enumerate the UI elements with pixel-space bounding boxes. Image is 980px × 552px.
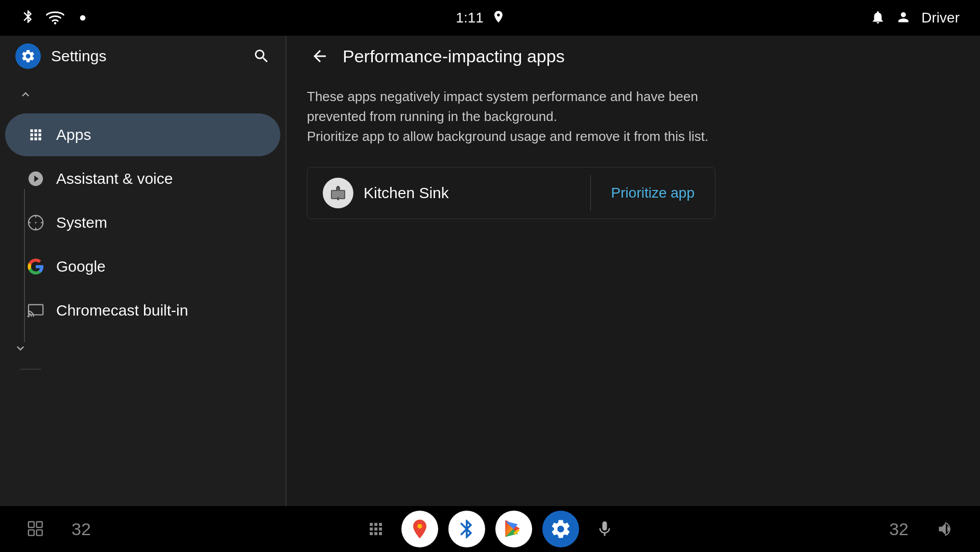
location-icon — [491, 10, 506, 26]
google-label: Google — [56, 258, 106, 275]
bottom-left-number: 32 — [71, 519, 91, 539]
settings-app-button[interactable] — [542, 511, 579, 547]
status-bar-left-icons — [20, 9, 91, 27]
description-text: These apps negatively impact system perf… — [307, 87, 741, 147]
description-line2: Prioritize app to allow background usage… — [307, 129, 708, 144]
time-display: 1:11 — [456, 10, 484, 26]
back-button[interactable] — [307, 43, 332, 69]
app-name: Kitchen Sink — [364, 184, 449, 202]
svg-point-3 — [35, 222, 37, 224]
svg-rect-11 — [332, 191, 344, 198]
right-panel-header: Performance-impacting apps — [286, 36, 980, 77]
sidebar-vertical-line — [24, 189, 25, 342]
play-store-button[interactable] — [495, 511, 532, 547]
notification-icon — [870, 10, 886, 26]
kitchen-sink-icon — [323, 178, 353, 208]
volume-button[interactable] — [929, 514, 960, 544]
collapse-button[interactable] — [0, 77, 285, 112]
search-button[interactable] — [253, 47, 270, 65]
svg-rect-13 — [337, 186, 339, 188]
bottom-bar-right: 32 — [889, 514, 960, 544]
svg-rect-8 — [29, 305, 43, 315]
sidebar-item-partial — [0, 364, 285, 377]
bottom-bar-center — [361, 511, 620, 547]
settings-title: Settings — [51, 47, 106, 65]
bottom-bar-left: 32 — [20, 514, 91, 544]
chromecast-label: Chromecast built-in — [56, 302, 188, 319]
svg-rect-18 — [37, 530, 42, 536]
expand-button[interactable] — [0, 333, 285, 364]
right-panel: Performance-impacting apps These apps ne… — [286, 36, 980, 506]
system-icon — [26, 212, 46, 233]
google-icon — [26, 256, 46, 277]
sidebar-nav: Apps Assistant & voice — [0, 77, 285, 506]
svg-rect-17 — [37, 522, 42, 527]
app-list-item: Kitchen Sink Prioritize app — [307, 167, 715, 219]
system-label: System — [56, 214, 107, 231]
svg-rect-14 — [337, 197, 339, 200]
right-panel-content: These apps negatively impact system perf… — [286, 77, 980, 506]
settings-app-icon — [15, 43, 41, 69]
bottom-bar: 32 — [0, 506, 980, 552]
sidebar-item-assistant[interactable]: Assistant & voice — [5, 157, 280, 200]
user-icon — [896, 10, 911, 26]
right-panel-title: Performance-impacting apps — [343, 46, 565, 66]
sidebar-item-google[interactable]: Google — [5, 245, 280, 288]
svg-point-0 — [54, 22, 57, 25]
sidebar-item-apps[interactable]: Apps — [5, 113, 280, 156]
wifi-icon — [46, 10, 64, 26]
sidebar-item-system[interactable]: System — [5, 201, 280, 244]
svg-point-1 — [80, 15, 86, 21]
bluetooth-icon — [20, 9, 36, 27]
maps-button[interactable] — [401, 511, 438, 547]
overview-button[interactable] — [20, 514, 51, 544]
assistant-icon — [26, 169, 46, 189]
bluetooth-app-button[interactable] — [448, 511, 485, 547]
svg-rect-16 — [29, 530, 34, 536]
sidebar-item-chromecast[interactable]: Chromecast built-in — [5, 289, 280, 332]
status-bar-center: 1:11 — [456, 10, 506, 26]
settings-header: Settings — [0, 36, 285, 77]
assistant-label: Assistant & voice — [56, 170, 173, 187]
svg-rect-15 — [29, 522, 34, 527]
settings-header-left: Settings — [15, 43, 106, 69]
main-layout: Settings — [0, 36, 980, 506]
left-panel: Settings — [0, 36, 286, 506]
brightness-icon — [75, 10, 91, 26]
description-line1: These apps negatively impact system perf… — [307, 89, 698, 124]
apps-grid-icon — [26, 125, 46, 145]
status-bar-right: Driver — [870, 10, 960, 26]
bottom-right-number: 32 — [889, 519, 909, 539]
driver-label: Driver — [921, 10, 960, 26]
apps-label: Apps — [56, 126, 91, 143]
app-info: Kitchen Sink — [307, 167, 590, 219]
svg-point-9 — [28, 315, 30, 317]
status-bar: 1:11 Driver — [0, 0, 980, 36]
prioritize-button[interactable]: Prioritize app — [591, 175, 715, 211]
microphone-button[interactable] — [589, 514, 620, 544]
chromecast-icon — [26, 300, 46, 321]
apps-launcher-button[interactable] — [361, 514, 391, 544]
